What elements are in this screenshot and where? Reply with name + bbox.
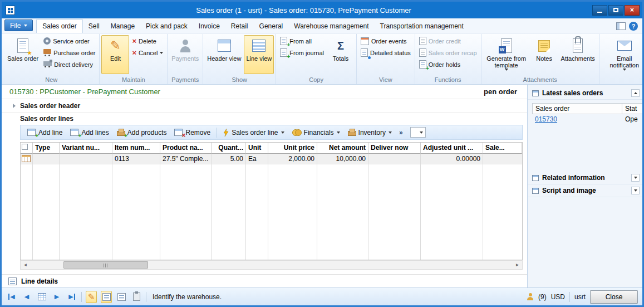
toolbar-separator: [217, 128, 217, 138]
sales-order-link[interactable]: 015730: [535, 115, 557, 123]
purchase-order-button[interactable]: Purchase order: [41, 47, 97, 58]
add-products-button[interactable]: +Add products: [114, 128, 170, 138]
plus-icon: +: [426, 66, 429, 71]
from-all-button[interactable]: +From all: [278, 36, 326, 46]
line-view-button[interactable]: Line view: [244, 35, 274, 74]
tab-pick-and-pack[interactable]: Pick and pack: [140, 20, 193, 33]
tab-sales-order[interactable]: Sales order: [36, 20, 82, 33]
email-notification-button[interactable]: Email notification: [601, 35, 644, 74]
column-header-unit-price[interactable]: Unit price: [268, 143, 317, 154]
generate-from-template-button[interactable]: Generate from template: [483, 35, 530, 74]
factbox-related-information-header[interactable]: Related information: [528, 172, 642, 184]
clipboard-button[interactable]: [131, 291, 142, 303]
close-window-button[interactable]: ×: [625, 5, 640, 16]
factbox-column-status[interactable]: Stat: [622, 103, 642, 114]
chevron-down-icon: [505, 69, 508, 71]
select-all-checkbox[interactable]: [22, 144, 28, 150]
new-sales-order-button[interactable]: ★ Sales order: [5, 35, 41, 74]
form-view-toggle[interactable]: [101, 291, 112, 303]
sales-order-line-menu[interactable]: Sales order line: [220, 128, 287, 138]
tab-transportation-management[interactable]: Transportation management: [375, 20, 469, 33]
grid-view-button[interactable]: [36, 291, 47, 303]
direct-delivery-button[interactable]: Direct delivery: [41, 59, 97, 70]
toolbar-combo-box[interactable]: [410, 127, 426, 138]
order-holds-button[interactable]: +Order holds: [417, 59, 479, 70]
cell-product-name: 27.5" Comple...: [160, 154, 212, 164]
fasttab-sales-order-lines[interactable]: Sales order lines: [2, 113, 527, 125]
fasttab-sales-order-header[interactable]: Sales order header: [2, 99, 527, 113]
tab-manage[interactable]: Manage: [105, 20, 140, 33]
line-type-icon: [22, 155, 31, 162]
grid-row-1[interactable]: 0113 27.5" Comple... 5.00 Ea 2,000.00 10…: [21, 154, 522, 164]
tab-general[interactable]: General: [254, 20, 289, 33]
header-view-button[interactable]: Header view: [205, 35, 243, 74]
cancel-button[interactable]: ×Cancel: [130, 47, 165, 58]
list-view-toggle[interactable]: [116, 291, 127, 303]
remove-button[interactable]: ×Remove: [171, 128, 214, 138]
expand-chevron-box[interactable]: [631, 174, 640, 182]
record-title: 015730 : PPCustomer - PrePayment Custome…: [9, 87, 160, 96]
horizontal-scrollbar[interactable]: ◄ ►: [20, 260, 523, 270]
column-header-type[interactable]: Type: [33, 143, 60, 154]
inventory-menu[interactable]: Inventory: [345, 128, 395, 138]
close-form-button[interactable]: Close: [590, 290, 638, 304]
help-icon[interactable]: ?: [629, 22, 638, 31]
edit-button[interactable]: ✎ Edit: [101, 35, 129, 74]
column-header-item-number[interactable]: Item num...: [112, 143, 160, 154]
plus-icon: +: [287, 54, 290, 59]
previous-record-button[interactable]: ◀: [21, 291, 32, 303]
notifications-icon[interactable]: [527, 293, 534, 300]
minimize-button[interactable]: [592, 5, 607, 16]
factbox-latest-sales-orders-header[interactable]: Latest sales orders: [528, 87, 642, 100]
add-lines-button[interactable]: +Add lines: [67, 128, 112, 138]
from-journal-label: From journal: [289, 50, 324, 56]
attachments-button[interactable]: Attachments: [559, 35, 597, 74]
gear-icon: [43, 37, 51, 45]
scrollbar-thumb[interactable]: [63, 261, 148, 269]
column-header-deliver-now[interactable]: Deliver now: [368, 143, 421, 154]
factbox-section-icon: [532, 188, 539, 194]
order-events-button[interactable]: Order events: [358, 36, 413, 46]
copy-from-all-icon: [280, 37, 287, 45]
totals-label: Totals: [333, 55, 349, 62]
maximize-button[interactable]: [608, 5, 623, 16]
tab-warehouse-management[interactable]: Warehouse management: [288, 20, 374, 33]
payments-button: Payments: [169, 35, 201, 74]
expand-chevron-box[interactable]: [631, 187, 640, 194]
financials-menu[interactable]: Financials: [289, 128, 343, 138]
detailed-status-button[interactable]: Detailed status: [358, 47, 413, 58]
column-header-net-amount[interactable]: Net amount: [317, 143, 368, 154]
column-header-sales[interactable]: Sale...: [483, 143, 522, 154]
tab-invoice[interactable]: Invoice: [193, 20, 225, 33]
factbox-column-sales-order[interactable]: Sales order: [532, 103, 622, 114]
next-record-button[interactable]: ▶: [51, 291, 62, 303]
add-line-button[interactable]: +Add line: [24, 128, 66, 138]
column-header-adjusted-unit-price[interactable]: Adjusted unit ...: [421, 143, 483, 154]
column-header-unit[interactable]: Unit: [246, 143, 268, 154]
previous-record-icon: ◀: [24, 293, 29, 300]
from-journal-button[interactable]: +From journal: [278, 47, 326, 58]
scroll-right-arrow[interactable]: ►: [513, 261, 522, 269]
totals-button[interactable]: Σ Totals: [327, 35, 355, 74]
notes-button[interactable]: Notes: [530, 35, 558, 74]
column-header-quantity[interactable]: Quant...: [212, 143, 246, 154]
tab-retail[interactable]: Retail: [225, 20, 254, 33]
fasttab-line-details[interactable]: Line details: [2, 274, 527, 287]
column-header-product-name[interactable]: Product na...: [160, 143, 212, 154]
cell-sales: [483, 154, 522, 164]
workspace-layout-icon[interactable]: [616, 22, 626, 30]
order-status: pen order: [484, 87, 517, 96]
first-record-button[interactable]: ◀: [6, 291, 17, 303]
column-header-variant-number[interactable]: Variant nu...: [60, 143, 112, 154]
status-dot-icon: [368, 56, 371, 59]
file-menu-button[interactable]: File: [4, 20, 33, 31]
factbox-script-and-image-header[interactable]: Script and image: [528, 184, 642, 197]
tab-sell[interactable]: Sell: [83, 20, 105, 33]
toolbar-overflow-button[interactable]: »: [396, 128, 406, 138]
last-record-button[interactable]: ▶: [66, 291, 77, 303]
edit-mode-toggle[interactable]: ✎: [86, 291, 97, 303]
collapse-chevron-box[interactable]: [631, 89, 640, 97]
scroll-left-arrow[interactable]: ◄: [21, 261, 30, 269]
delete-button[interactable]: ×Delete: [130, 36, 165, 46]
service-order-button[interactable]: Service order: [41, 36, 97, 46]
